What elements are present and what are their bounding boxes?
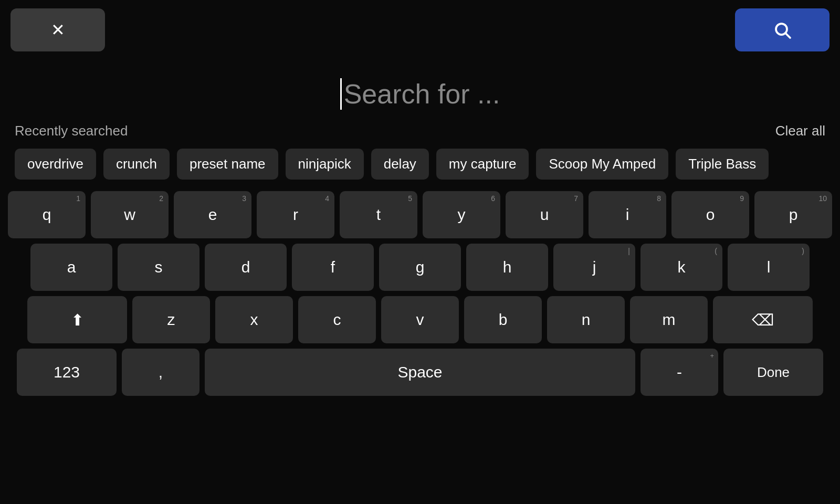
key-number: 1	[76, 194, 80, 203]
key-r[interactable]: 4r	[257, 191, 334, 238]
key-shift[interactable]: ⬆	[27, 296, 127, 343]
key-alt: )	[802, 247, 804, 255]
key-t[interactable]: 5t	[340, 191, 417, 238]
key-a[interactable]: a	[30, 244, 112, 291]
recent-tag[interactable]: crunch	[103, 149, 170, 180]
recent-tag[interactable]: Triple Bass	[676, 149, 769, 180]
search-area: Search for ...	[0, 60, 840, 123]
key-number: 9	[740, 194, 744, 203]
keyboard-row-4: 123,Space+-Done	[4, 349, 836, 396]
key-number: 7	[574, 194, 578, 203]
search-placeholder: Search for ...	[344, 78, 500, 110]
key-number: 10	[818, 194, 827, 203]
key-number: 8	[657, 194, 661, 203]
recently-searched-label: Recently searched	[15, 123, 128, 139]
key-g[interactable]: g	[379, 244, 461, 291]
key-number: 4	[325, 194, 329, 203]
key-q[interactable]: 1q	[8, 191, 86, 238]
keyboard-row-3: ⬆zxcvbnm⌫	[4, 296, 836, 343]
key-o[interactable]: 9o	[671, 191, 749, 238]
key-comma[interactable]: ,	[122, 349, 200, 396]
recent-tag[interactable]: Scoop My Amped	[536, 149, 668, 180]
keyboard-row-1: 1q2w3e4r5t6y7u8i9o10p	[4, 191, 836, 238]
key-done[interactable]: Done	[723, 349, 823, 396]
key-i[interactable]: 8i	[589, 191, 666, 238]
cursor	[340, 78, 342, 110]
recent-tag[interactable]: overdrive	[15, 149, 96, 180]
key-u[interactable]: 7u	[506, 191, 583, 238]
top-bar: ✕	[0, 0, 840, 60]
search-button[interactable]	[735, 8, 830, 51]
key-alt: |	[628, 247, 630, 255]
key-number: 2	[159, 194, 163, 203]
close-button[interactable]: ✕	[10, 8, 105, 51]
key-m[interactable]: m	[630, 296, 708, 343]
search-input-display[interactable]: Search for ...	[340, 78, 500, 110]
key-d[interactable]: d	[205, 244, 287, 291]
key-number: 5	[408, 194, 412, 203]
recent-tag[interactable]: delay	[371, 149, 429, 180]
key-k[interactable]: (k	[640, 244, 722, 291]
key-space[interactable]: Space	[205, 349, 635, 396]
key-z[interactable]: z	[132, 296, 210, 343]
key-s[interactable]: s	[118, 244, 200, 291]
recent-tag[interactable]: ninjapick	[286, 149, 364, 180]
recent-tag[interactable]: preset name	[177, 149, 278, 180]
key-c[interactable]: c	[298, 296, 376, 343]
key-n[interactable]: n	[547, 296, 625, 343]
key-number: 3	[242, 194, 246, 203]
key-f[interactable]: f	[292, 244, 374, 291]
keyboard: 1q2w3e4r5t6y7u8i9o10p asdfgh|j(k)l ⬆zxcv…	[0, 191, 840, 396]
key-v[interactable]: v	[381, 296, 459, 343]
key-l[interactable]: )l	[728, 244, 810, 291]
key-b[interactable]: b	[464, 296, 542, 343]
key-w[interactable]: 2w	[91, 191, 169, 238]
key-number: 6	[491, 194, 495, 203]
key-y[interactable]: 6y	[423, 191, 500, 238]
key-j[interactable]: |j	[553, 244, 635, 291]
key-e[interactable]: 3e	[174, 191, 251, 238]
key-backspace[interactable]: ⌫	[713, 296, 813, 343]
key-dash[interactable]: +-	[640, 349, 718, 396]
recently-searched-row: Recently searched Clear all	[0, 123, 840, 139]
key-p[interactable]: 10p	[754, 191, 832, 238]
key-h[interactable]: h	[466, 244, 548, 291]
search-icon	[773, 20, 792, 39]
recent-tags: overdrivecrunchpreset nameninjapickdelay…	[0, 149, 840, 180]
key-alt: (	[715, 247, 717, 255]
recent-tag[interactable]: my capture	[436, 149, 529, 180]
keyboard-row-2: asdfgh|j(k)l	[4, 244, 836, 291]
key-x[interactable]: x	[215, 296, 293, 343]
clear-all-button[interactable]: Clear all	[775, 123, 825, 139]
svg-line-1	[786, 34, 790, 38]
key-123[interactable]: 123	[17, 349, 117, 396]
